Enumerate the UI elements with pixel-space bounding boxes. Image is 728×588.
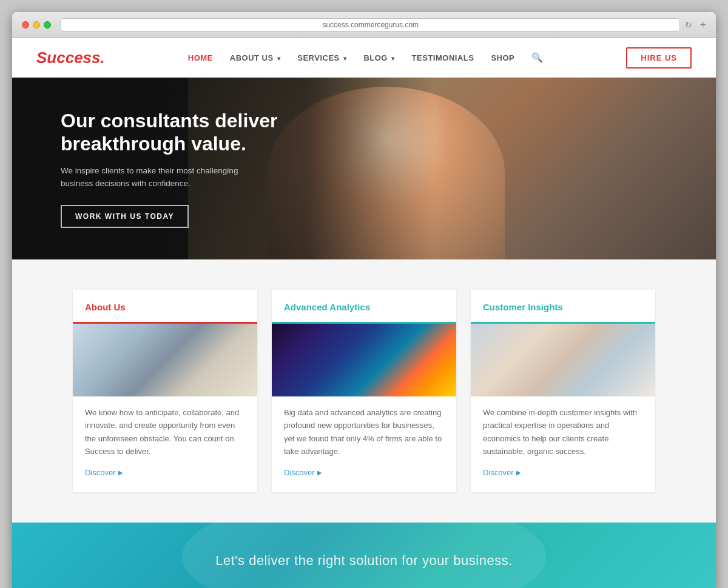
navbar: Success. HOME ABOUT US ▾ SERVICES bbox=[12, 38, 716, 78]
card-analytics-text: Big data and advanced analytics are crea… bbox=[284, 406, 444, 458]
nav-links: HOME ABOUT US ▾ SERVICES ▾ bbox=[188, 52, 543, 63]
chevron-down-icon: ▾ bbox=[277, 55, 281, 62]
nav-home[interactable]: HOME bbox=[188, 52, 213, 63]
card-about-discover-link[interactable]: Discover bbox=[85, 468, 123, 477]
nav-about-link[interactable]: ABOUT US ▾ bbox=[230, 53, 281, 62]
browser-window: success.commercegurus.com ↻ + Success. H… bbox=[12, 12, 716, 588]
card-insights-body: We combine in-depth customer insights wi… bbox=[471, 406, 655, 478]
card-insights-title: Customer Insights bbox=[483, 302, 643, 312]
card-about-text: We know how to anticipate, collaborate, … bbox=[85, 406, 245, 458]
card-insights-discover-link[interactable]: Discover bbox=[483, 468, 521, 477]
chevron-down-icon: ▾ bbox=[343, 55, 347, 62]
nav-about[interactable]: ABOUT US ▾ bbox=[230, 52, 281, 63]
card-insights-image bbox=[471, 324, 655, 396]
nav-search[interactable]: 🔍 bbox=[531, 52, 543, 63]
cta-banner: Let's deliver the right solution for you… bbox=[12, 523, 716, 588]
nav-shop[interactable]: SHOP bbox=[491, 52, 514, 63]
nav-blog[interactable]: BLOG ▾ bbox=[363, 52, 394, 63]
card-analytics-discover-link[interactable]: Discover bbox=[284, 468, 322, 477]
card-analytics-body: Big data and advanced analytics are crea… bbox=[272, 406, 456, 478]
maximize-button[interactable] bbox=[44, 21, 51, 28]
nav-testimonials[interactable]: TESTIMONIALS bbox=[412, 52, 474, 63]
site-logo[interactable]: Success. bbox=[36, 48, 105, 67]
website-content: Success. HOME ABOUT US ▾ SERVICES bbox=[12, 38, 716, 588]
card-about-us: About Us We know how to anticipate, coll… bbox=[73, 290, 257, 492]
hero-headline: Our consultants deliver breakthrough val… bbox=[61, 109, 346, 156]
card-analytics: Advanced Analytics Big data and advanced… bbox=[272, 290, 456, 492]
nav-testimonials-link[interactable]: TESTIMONIALS bbox=[412, 53, 474, 62]
nav-services[interactable]: SERVICES ▾ bbox=[297, 52, 346, 63]
chevron-down-icon: ▾ bbox=[391, 55, 395, 62]
card-about-image bbox=[73, 324, 257, 396]
nav-home-link[interactable]: HOME bbox=[188, 53, 213, 62]
card-insights-text: We combine in-depth customer insights wi… bbox=[483, 406, 643, 458]
card-about-body: We know how to anticipate, collaborate, … bbox=[73, 406, 257, 478]
address-bar[interactable]: success.commercegurus.com bbox=[61, 18, 680, 32]
card-analytics-header: Advanced Analytics bbox=[272, 290, 456, 324]
nav-services-link[interactable]: SERVICES ▾ bbox=[297, 53, 346, 62]
card-insights: Customer Insights We combine in-depth cu… bbox=[471, 290, 655, 492]
card-analytics-title: Advanced Analytics bbox=[284, 302, 444, 312]
new-tab-icon[interactable]: + bbox=[699, 19, 706, 32]
cta-banner-text: Let's deliver the right solution for you… bbox=[36, 553, 692, 569]
close-button[interactable] bbox=[22, 21, 29, 28]
card-analytics-image bbox=[272, 324, 456, 396]
search-icon[interactable]: 🔍 bbox=[531, 52, 543, 62]
nav-shop-link[interactable]: SHOP bbox=[491, 53, 514, 62]
nav-blog-link[interactable]: BLOG ▾ bbox=[363, 53, 394, 62]
cards-section: About Us We know how to anticipate, coll… bbox=[12, 259, 716, 523]
minimize-button[interactable] bbox=[33, 21, 40, 28]
window-controls bbox=[22, 21, 51, 28]
browser-titlebar: success.commercegurus.com ↻ + bbox=[12, 12, 716, 38]
card-about-header: About Us bbox=[73, 290, 257, 324]
hire-us-button[interactable]: HIRE US bbox=[626, 47, 692, 68]
url-text: success.commercegurus.com bbox=[322, 21, 419, 29]
card-about-title: About Us bbox=[85, 302, 245, 312]
hero-section: Our consultants deliver breakthrough val… bbox=[12, 78, 716, 259]
cards-grid: About Us We know how to anticipate, coll… bbox=[73, 290, 655, 492]
hero-cta-button[interactable]: WORK WITH US TODAY bbox=[61, 205, 189, 228]
card-insights-header: Customer Insights bbox=[471, 290, 655, 324]
hero-content: Our consultants deliver breakthrough val… bbox=[12, 109, 346, 228]
refresh-icon[interactable]: ↻ bbox=[685, 20, 692, 30]
hero-subtext: We inspire clients to make their most ch… bbox=[61, 164, 255, 190]
